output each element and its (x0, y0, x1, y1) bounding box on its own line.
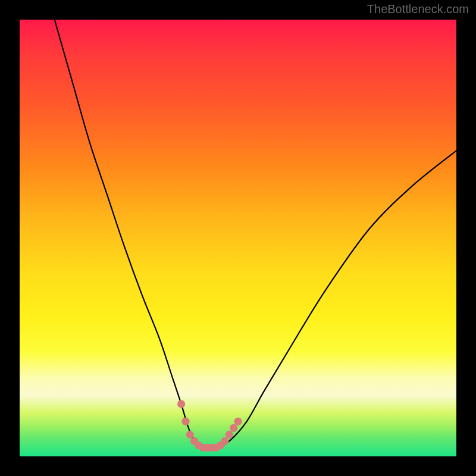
pink-dot (226, 431, 233, 439)
chart-container: TheBottleneck.com (0, 0, 476, 476)
watermark-text: TheBottleneck.com (367, 2, 469, 16)
pink-dotted-segment (177, 400, 242, 452)
pink-dot (230, 424, 237, 432)
pink-dot (181, 418, 189, 425)
curve-overlay (20, 20, 456, 456)
pink-dot (234, 418, 242, 425)
pink-dot (221, 437, 228, 445)
pink-dot (177, 400, 185, 408)
pink-dot (186, 431, 194, 439)
black-curve (55, 20, 456, 449)
